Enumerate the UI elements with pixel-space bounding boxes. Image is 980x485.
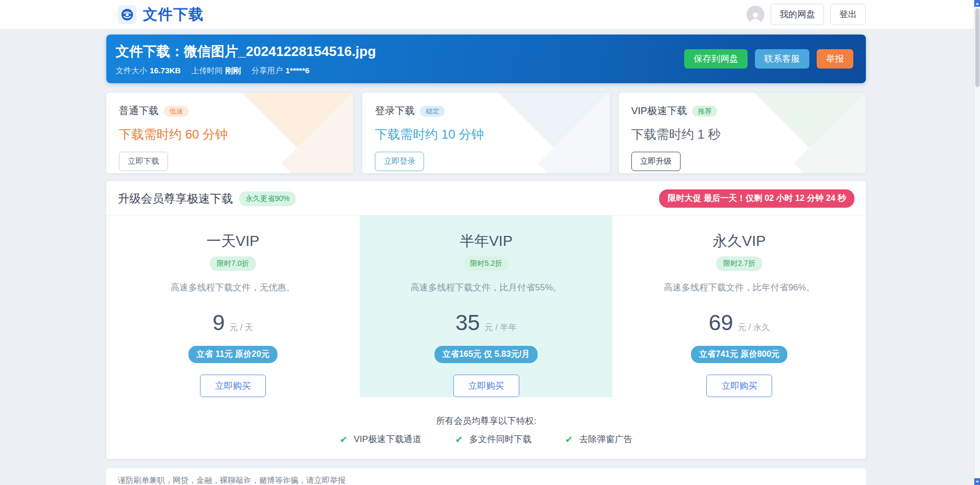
logout-button[interactable]: 登出: [830, 4, 866, 25]
privilege-item: ✔ VIP极速下载通道: [340, 433, 422, 445]
download-now-button[interactable]: 立即下载: [119, 152, 168, 171]
discount-badge: 限时2.7折: [716, 256, 762, 271]
check-icon: ✔: [455, 434, 463, 445]
buy-now-button[interactable]: 立即购买: [453, 375, 519, 397]
check-icon: ✔: [565, 434, 573, 445]
normal-download-card: 普通下载 低速 下载需时约 60 分钟 立即下载: [106, 93, 353, 173]
login-download-eta: 下载需时约 10 分钟: [375, 126, 597, 143]
contact-support-button[interactable]: 联系客服: [755, 49, 809, 69]
plan-price-unit: 元 / 永久: [738, 322, 770, 333]
discount-badge: 限时7.0折: [210, 256, 255, 271]
privilege-label: VIP极速下载通道: [354, 433, 421, 445]
discount-badge: 限时5.2折: [463, 256, 509, 271]
file-meta: 文件大小16.73KB 上传时间刚刚 分享用户1*****6: [116, 66, 376, 76]
privilege-label: 多文件同时下载: [469, 433, 531, 445]
login-download-title: 登录下载: [375, 104, 415, 118]
share-user: 分享用户1*****6: [251, 66, 309, 76]
vip-pricing-section: 升级会员尊享极速下载 永久更省90% 限时大促 最后一天！仅剩 02 小时 12…: [106, 181, 866, 459]
countdown-banner: 限时大促 最后一天！仅剩 02 小时 12 分钟 24 秒: [659, 189, 854, 208]
vip-section-title: 升级会员尊享极速下载: [118, 191, 233, 207]
privilege-label: 去除弹窗广告: [579, 433, 632, 445]
plan-description: 高速多线程下载文件，无优惠。: [106, 281, 360, 294]
page-footer: 谨防刷单兼职，网贷，金融，裸聊敲诈，赌博等诈骗，请立即举报: [106, 468, 866, 485]
plan-half-year-vip: 半年VIP 限时5.2折 高速多线程下载文件，比月付省55%。 35 元 / 半…: [360, 216, 613, 397]
save-90-badge: 永久更省90%: [239, 191, 296, 206]
plan-one-day-vip: 一天VIP 限时7.0折 高速多线程下载文件，无优惠。 9 元 / 天 立省 1…: [106, 216, 360, 397]
upload-time: 上传时间刚刚: [191, 66, 241, 76]
buy-now-button[interactable]: 立即购买: [200, 375, 266, 397]
scroll-up-button[interactable]: [974, 0, 980, 7]
vip-download-title: VIP极速下载: [631, 104, 687, 118]
plan-price-unit: 元 / 半年: [485, 322, 517, 333]
arrow-up-icon: [976, 3, 979, 5]
user-avatar[interactable]: [747, 6, 764, 24]
scam-warning-text: 谨防刷单兼职，网贷，金融，裸聊敲诈，赌博等诈骗，请立即举报: [118, 476, 346, 485]
privilege-item: ✔ 多文件同时下载: [455, 433, 531, 445]
my-drive-button[interactable]: 我的网盘: [771, 4, 824, 25]
plan-price: 69: [709, 310, 733, 335]
plan-savings-pill: 立省741元 原价800元: [691, 346, 787, 363]
recommended-badge: 推荐: [692, 106, 717, 117]
save-to-drive-button[interactable]: 保存到网盘: [684, 49, 748, 69]
buy-now-button[interactable]: 立即购买: [706, 375, 772, 397]
login-download-card: 登录下载 稳定 下载需时约 10 分钟 立即登录: [362, 93, 609, 173]
login-now-button[interactable]: 立即登录: [375, 152, 424, 171]
check-icon: ✔: [340, 434, 348, 445]
vip-download-eta: 下载需时约 1 秒: [631, 126, 853, 143]
plan-price: 35: [455, 310, 480, 335]
privilege-item: ✔ 去除弹窗广告: [565, 433, 632, 445]
brand-home-link[interactable]: 文件下载: [118, 5, 204, 25]
normal-download-title: 普通下载: [119, 104, 159, 118]
file-download-banner: 文件下载：微信图片_20241228154516.jpg 文件大小16.73KB…: [106, 35, 866, 83]
report-button[interactable]: 举报: [817, 49, 853, 69]
plan-savings-pill: 立省 11元 原价20元: [188, 346, 277, 363]
upgrade-now-button[interactable]: 立即升级: [631, 152, 681, 171]
arrow-down-icon: [976, 481, 979, 483]
plan-name: 永久VIP: [612, 231, 866, 251]
plan-price-unit: 元 / 天: [229, 322, 253, 333]
privileges-list: ✔ VIP极速下载通道 ✔ 多文件同时下载 ✔ 去除弹窗广告: [106, 433, 866, 445]
vip-download-card: VIP极速下载 推荐 下载需时约 1 秒 立即升级: [619, 93, 866, 173]
plan-name: 半年VIP: [360, 231, 613, 251]
app-logo-icon: [118, 5, 137, 24]
slow-badge: 低速: [164, 106, 189, 117]
plan-description: 高速多线程下载文件，比月付省55%。: [360, 281, 613, 294]
stable-badge: 稳定: [420, 106, 445, 117]
scroll-down-button[interactable]: [974, 478, 980, 485]
plan-savings-pill: 立省165元 仅 5.83元/月: [435, 346, 538, 363]
normal-download-eta: 下载需时约 60 分钟: [119, 126, 341, 143]
plan-permanent-vip: 永久VIP 限时2.7折 高速多线程下载文件，比年付省96%。 69 元 / 永…: [612, 216, 866, 397]
top-header: 文件下载 我的网盘 登出: [0, 0, 980, 29]
plan-name: 一天VIP: [106, 231, 360, 251]
scrollbar[interactable]: [974, 0, 980, 485]
download-options: 普通下载 低速 下载需时约 60 分钟 立即下载 登录下载 稳定 下载需时约 1…: [106, 93, 866, 173]
privileges-title: 所有会员均尊享以下特权:: [106, 415, 866, 427]
plan-price: 9: [213, 310, 225, 335]
scrollbar-thumb[interactable]: [975, 8, 979, 87]
file-size: 文件大小16.73KB: [116, 66, 181, 76]
file-title: 文件下载：微信图片_20241228154516.jpg: [116, 42, 376, 61]
app-title: 文件下载: [143, 5, 204, 25]
plan-description: 高速多线程下载文件，比年付省96%。: [612, 281, 866, 294]
